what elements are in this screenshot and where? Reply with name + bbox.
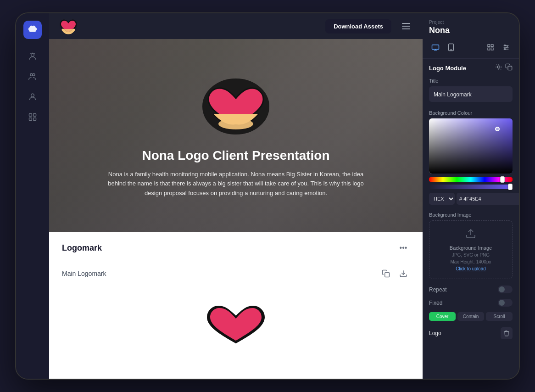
svg-rect-33 — [508, 66, 512, 70]
svg-point-24 — [507, 47, 508, 48]
hero-title: Nona Logo Client Presentation — [107, 148, 364, 163]
repeat-row: Repeat — [423, 283, 519, 296]
bg-image-max-height: Max Height: 1400px — [451, 259, 491, 264]
fixed-label: Fixed — [429, 300, 442, 306]
svg-rect-17 — [491, 45, 493, 47]
logomark-header: Logomark ••• — [62, 241, 410, 254]
logomark-section: Logomark ••• Main Logomark — [49, 232, 423, 295]
logo-section-label: Logo — [429, 330, 441, 336]
hue-indicator — [500, 176, 505, 183]
bg-image-title: Background Image — [450, 245, 492, 251]
svg-rect-6 — [29, 118, 32, 121]
logomark-title: Logomark — [62, 243, 102, 253]
page-content: Nona Logo Client Presentation Nona is a … — [49, 39, 423, 379]
fit-tab-cover[interactable]: Cover — [429, 312, 456, 321]
svg-point-0 — [31, 53, 34, 56]
copy-icon-button[interactable] — [379, 267, 392, 280]
desktop-tab[interactable] — [429, 41, 442, 54]
svg-point-2 — [33, 73, 35, 76]
color-picker-dot[interactable] — [495, 127, 500, 131]
svg-point-26 — [497, 66, 500, 68]
logo-delete-button[interactable] — [501, 327, 513, 339]
sidebar-item-modules[interactable] — [24, 109, 41, 125]
color-picker-gradient[interactable] — [429, 118, 513, 174]
svg-point-10 — [218, 118, 253, 129]
fixed-toggle[interactable] — [498, 299, 513, 307]
image-fit-tabs: Cover Contain Scroll — [423, 309, 519, 325]
logomark-item-actions — [379, 267, 410, 280]
sidebar-logo[interactable] — [23, 21, 42, 39]
menu-button[interactable] — [399, 19, 413, 34]
menu-line-1 — [402, 23, 410, 24]
upload-icon — [465, 228, 476, 241]
sun-icon[interactable] — [495, 63, 502, 73]
hero-description: Nona is a family health monitoring mobil… — [107, 170, 364, 198]
logomark-item-label: Main Logomark — [62, 270, 106, 277]
project-label: Project — [423, 13, 519, 26]
svg-point-23 — [504, 45, 506, 46]
topbar-logo — [58, 17, 78, 35]
bg-image-label: Background Image — [423, 208, 519, 220]
svg-rect-5 — [33, 114, 36, 117]
sidebar-item-user[interactable] — [24, 89, 41, 105]
svg-line-30 — [501, 69, 501, 69]
svg-rect-13 — [432, 45, 439, 50]
repeat-toggle[interactable] — [498, 286, 513, 293]
fit-tab-contain[interactable]: Contain — [457, 312, 484, 321]
main-content: Download Assets — [49, 13, 423, 379]
hero-content: Nona Logo Client Presentation Nona is a … — [98, 73, 373, 198]
bg-image-formats: JPG, SVG or PNG — [452, 252, 490, 258]
hero-logo-mark — [199, 73, 273, 137]
device-tabs — [423, 41, 519, 59]
logo-preview-image — [204, 297, 268, 347]
opacity-bar[interactable] — [429, 185, 513, 189]
hero-section: Nona Logo Client Presentation Nona is a … — [49, 39, 423, 232]
fit-tab-scroll[interactable]: Scroll — [486, 312, 513, 321]
brain-logo-icon — [28, 25, 38, 35]
repeat-label: Repeat — [429, 286, 447, 293]
color-hex-input[interactable] — [457, 193, 519, 205]
logo-preview — [49, 295, 423, 350]
opacity-indicator — [508, 184, 513, 190]
menu-line-2 — [402, 26, 410, 27]
svg-rect-11 — [385, 273, 390, 277]
svg-rect-4 — [29, 114, 32, 117]
download-assets-button[interactable]: Download Assets — [325, 19, 391, 34]
svg-line-29 — [496, 65, 497, 65]
copy-module-icon[interactable] — [505, 63, 513, 73]
sidebar-item-users[interactable] — [24, 68, 41, 85]
color-inputs: HEX RGB HSL — [423, 193, 519, 208]
svg-point-25 — [504, 49, 506, 50]
project-name: Nona — [423, 26, 519, 41]
svg-rect-16 — [488, 45, 490, 47]
sidebar — [16, 13, 49, 379]
fixed-row: Fixed — [423, 296, 519, 309]
logomark-more-button[interactable]: ••• — [397, 241, 410, 254]
title-value: Main Logomark — [434, 91, 472, 98]
svg-point-3 — [31, 94, 34, 97]
svg-rect-19 — [491, 48, 493, 50]
menu-line-3 — [402, 28, 410, 29]
svg-rect-7 — [33, 118, 36, 121]
topbar: Download Assets — [49, 13, 423, 39]
layout-icon[interactable] — [484, 41, 497, 54]
right-panel: Project Nona — [423, 13, 519, 379]
bg-image-click-to-upload[interactable]: Click to upload — [456, 266, 486, 271]
svg-point-15 — [451, 50, 451, 50]
bg-colour-label: Background Colour — [423, 106, 519, 118]
svg-rect-18 — [488, 48, 490, 50]
color-format-select[interactable]: HEX RGB HSL — [429, 193, 455, 205]
logomark-item: Main Logomark — [62, 262, 410, 286]
hue-bar[interactable] — [429, 177, 513, 182]
nona-logo — [58, 17, 78, 35]
title-section-label: Title — [423, 74, 519, 86]
settings-icon[interactable] — [500, 41, 513, 54]
download-icon-button[interactable] — [397, 267, 410, 280]
module-title: Logo Module — [429, 65, 466, 72]
sidebar-item-ai[interactable] — [24, 48, 41, 65]
tablet-tab[interactable] — [445, 41, 457, 54]
bg-image-upload[interactable]: Background Image JPG, SVG or PNG Max Hei… — [429, 220, 513, 279]
